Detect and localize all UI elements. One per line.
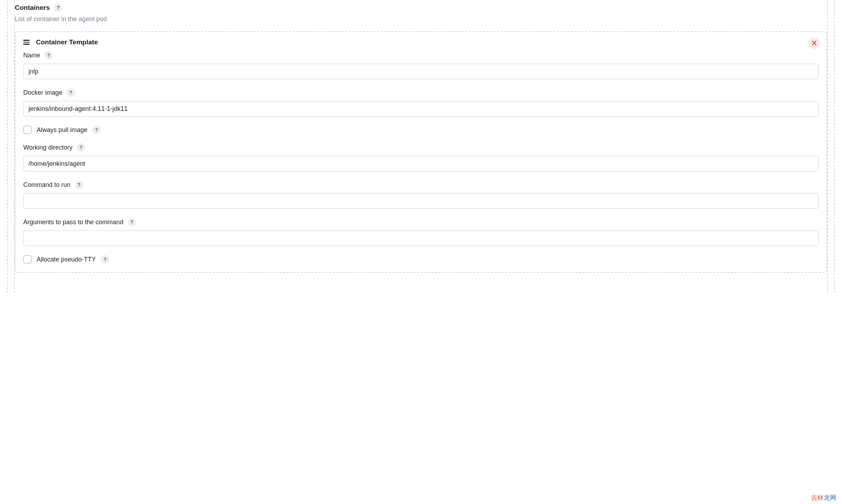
- always-pull-checkbox[interactable]: [23, 126, 32, 134]
- containers-section-title: Containers: [15, 4, 50, 12]
- help-icon[interactable]: ?: [92, 126, 101, 134]
- field-group-command: Command to run ?: [23, 181, 819, 209]
- field-group-docker-image: Docker image ?: [23, 88, 819, 116]
- container-template-box: Container Template Name ? Docker i: [15, 31, 827, 273]
- working-directory-input[interactable]: [23, 156, 819, 171]
- help-icon[interactable]: ?: [67, 88, 75, 97]
- docker-image-label: Docker image: [23, 89, 62, 96]
- always-pull-label: Always pull image: [37, 126, 87, 134]
- arguments-input[interactable]: [23, 231, 819, 246]
- help-icon[interactable]: ?: [54, 4, 62, 12]
- name-input[interactable]: [23, 64, 819, 79]
- help-icon[interactable]: ?: [44, 51, 53, 59]
- field-group-arguments: Arguments to pass to the command ?: [23, 218, 819, 246]
- help-icon[interactable]: ?: [75, 181, 83, 189]
- arguments-label: Arguments to pass to the command: [23, 219, 123, 226]
- field-group-name: Name ?: [23, 51, 819, 79]
- always-pull-row: Always pull image ?: [23, 126, 819, 134]
- containers-section-subtitle: List of container in the agent pod: [15, 15, 827, 23]
- field-group-working-directory: Working directory ?: [23, 143, 819, 171]
- command-input[interactable]: [23, 193, 819, 209]
- drag-handle-icon[interactable]: [23, 39, 30, 46]
- command-label: Command to run: [23, 181, 70, 189]
- allocate-tty-checkbox[interactable]: [23, 255, 32, 264]
- remove-container-button[interactable]: [808, 37, 820, 49]
- working-directory-label: Working directory: [23, 144, 73, 151]
- container-template-title: Container Template: [36, 38, 98, 46]
- docker-image-input[interactable]: [23, 101, 819, 116]
- help-icon[interactable]: ?: [77, 143, 85, 152]
- help-icon[interactable]: ?: [101, 255, 109, 264]
- allocate-tty-label: Allocate pseudo-TTY: [37, 256, 96, 263]
- containers-section-header: Containers ? List of container in the ag…: [15, 0, 827, 31]
- name-label: Name: [23, 52, 40, 59]
- help-icon[interactable]: ?: [128, 218, 136, 226]
- allocate-tty-row: Allocate pseudo-TTY ?: [23, 255, 819, 264]
